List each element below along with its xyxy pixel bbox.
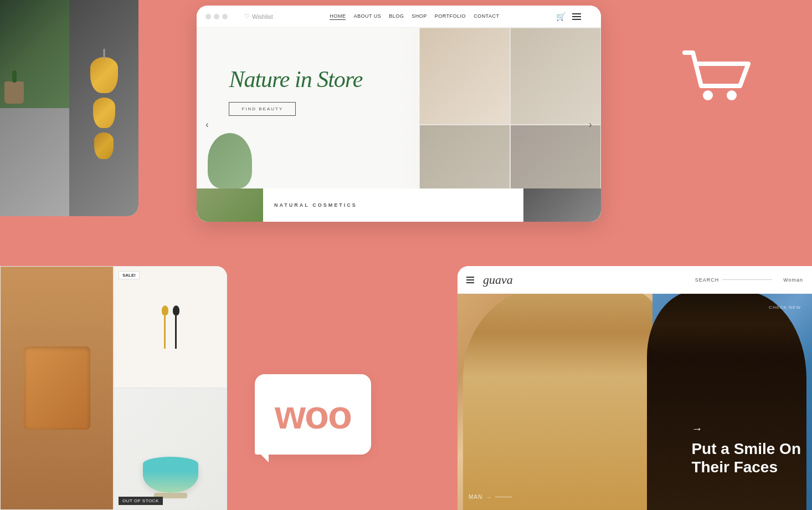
browser-dot-2 [214,14,219,19]
wishlist-label: Wishlist [252,13,273,20]
store-hero-people [458,294,812,510]
search-label: SEARCH [695,277,720,283]
store-menu-line-1 [466,277,474,278]
store-menu-line-2 [466,279,474,280]
person-right [652,294,812,510]
search-underline [722,279,772,280]
hero-title-text: Nature in Store [229,67,362,92]
man-tab-label: MAN [469,494,482,500]
nav-contact[interactable]: CONTACT [474,13,499,20]
person-hair-right [647,294,806,510]
heart-icon: ♡ [244,13,250,20]
nav-home[interactable]: HOME [330,13,346,20]
gray-image [0,108,69,216]
lamp-image [69,0,138,216]
hero-next-arrow[interactable]: › [583,117,598,132]
plant-decoration [4,81,24,104]
svg-point-1 [727,90,737,100]
store-menu-line-3 [466,282,474,283]
nav-blog[interactable]: BLOG [389,13,404,20]
man-tab-arrow: → [486,494,492,500]
store-overlay-text: → Put a Smile On Their Faces [691,422,801,477]
store-menu-icon[interactable] [466,277,474,283]
cart-svg [679,44,757,111]
store-search-bar[interactable]: SEARCH [695,277,773,283]
browser-nav: ♡ Wishlist HOME ABOUT US BLOG SHOP PORTF… [233,12,592,21]
menu-line-2 [572,16,581,17]
menu-icon[interactable] [572,13,581,20]
cart-large-icon [679,44,757,113]
hero-plant-decoration [208,133,252,188]
store-hero: CHECK NEW → Put a Smile On Their Faces M… [458,294,812,510]
cart-icon-small[interactable]: 🛒 [556,12,566,21]
menu-line-1 [572,13,581,14]
person-left [458,294,652,510]
right-store-panel: guava SEARCH Woman CHECK NEW → Put a Smi… [458,266,812,510]
headline-line1: Put a Smile On [691,440,801,457]
spoons-product-cell[interactable]: SALE! [114,266,227,388]
browser-toolbar: ♡ Wishlist HOME ABOUT US BLOG SHOP PORTF… [197,6,601,28]
nav-about[interactable]: ABOUT US [353,13,381,20]
bowl-product-cell[interactable]: OUT OF STOCK [114,388,227,510]
nav-left: ♡ Wishlist [244,13,273,20]
spoon-2 [173,305,179,349]
headline-line2: Their Faces [691,458,778,476]
woo-text: woo [275,392,351,437]
store-nav-right: SEARCH Woman [695,277,803,283]
store-logo: guava [483,273,686,287]
svg-point-0 [703,90,713,100]
nav-shop[interactable]: SHOP [412,13,427,20]
check-new-label: CHECK NEW [769,305,801,310]
person-hair-left [463,294,652,510]
spoon-1 [162,305,168,349]
bowl-decoration [143,457,198,498]
strip-text: NATURAL COSMETICS [274,202,357,208]
find-beauty-button[interactable]: FIND BEAUTY [229,102,296,116]
out-of-stock-badge: OUT OF STOCK [119,497,163,505]
store-header: guava SEARCH Woman [458,266,812,294]
product-img-2 [510,28,601,125]
store-headline: Put a Smile On Their Faces [691,440,801,477]
nav-links: HOME ABOUT US BLOG SHOP PORTFOLIO CONTAC… [330,13,499,20]
product-img-1 [419,28,510,125]
woman-nav-item[interactable]: Woman [783,277,803,283]
store-nav-tabs: MAN → [469,494,512,500]
browser-dot-1 [205,14,211,19]
top-left-collage [0,0,138,216]
lamp-decoration [90,57,118,159]
tab-line [495,497,512,497]
tray-product-cell[interactable] [0,266,114,510]
store-arrow: → [691,422,801,435]
sale-badge: SALE! [119,271,140,279]
browser-dots [205,14,228,19]
browser-hero: ‹ › Nature in Store FIND BEAUTY NATURAL … [197,28,601,222]
nav-right: 🛒 [556,12,581,21]
hero-prev-arrow[interactable]: ‹ [199,117,215,132]
store-tab-man[interactable]: MAN → [469,494,512,500]
menu-line-3 [572,19,581,20]
spoons-decoration [162,305,179,349]
nav-portfolio[interactable]: PORTFOLIO [435,13,466,20]
strip-image-left [197,188,263,222]
ecommerce-grid-panel: SALE! OUT OF STOCK [0,266,227,510]
tray-decoration [24,346,90,430]
browser-mockup: ♡ Wishlist HOME ABOUT US BLOG SHOP PORTF… [197,6,601,222]
hero-bottom-strip: NATURAL COSMETICS [197,188,601,222]
woo-badge: woo [255,374,371,455]
wishlist-link[interactable]: ♡ Wishlist [244,13,273,20]
hero-text-area: Nature in Store FIND BEAUTY [229,67,451,116]
hero-title: Nature in Store [229,67,451,92]
strip-image-right [523,188,601,222]
plant-image [0,0,69,108]
browser-dot-3 [222,14,228,19]
